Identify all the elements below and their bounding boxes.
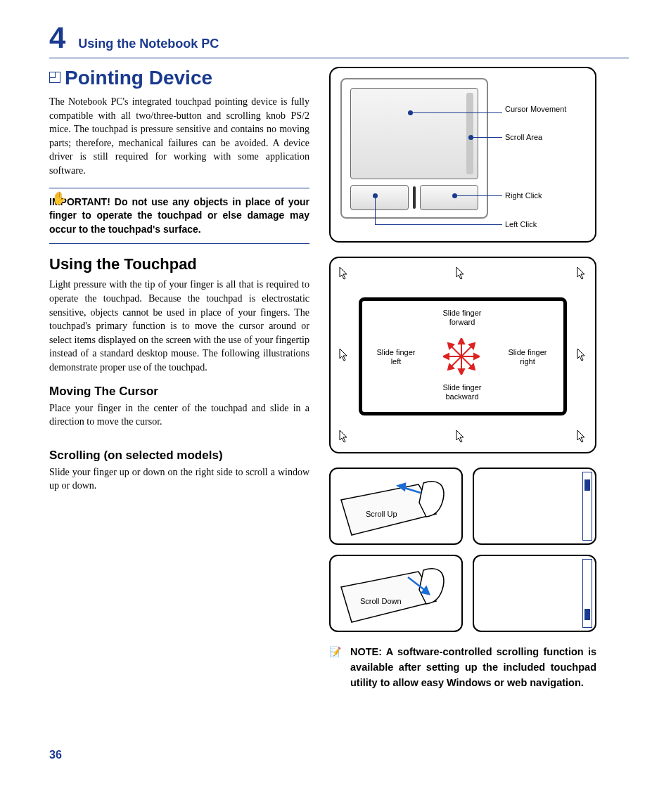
label-scroll-down: Scroll Down (360, 597, 402, 605)
label-slide-right: Slide finger right (503, 348, 552, 366)
page-title: Pointing Device (49, 67, 309, 89)
direction-arrows-icon (443, 338, 480, 375)
page-number: 36 (49, 749, 62, 761)
label-scroll-up: Scroll Up (366, 510, 397, 518)
chapter-header: 4 Using the Notebook PC (49, 21, 629, 58)
cursor-icon (577, 348, 587, 362)
svg-marker-4 (577, 349, 584, 361)
svg-marker-11 (459, 369, 464, 375)
svg-marker-3 (340, 349, 347, 361)
scroll-down-row: Scroll Down (329, 555, 596, 632)
label-slide-forward: Slide finger forward (437, 309, 487, 327)
label-cursor-movement: Cursor Movement (505, 105, 566, 114)
svg-marker-9 (459, 338, 464, 344)
cursor-icon (577, 266, 587, 281)
svg-marker-5 (340, 430, 347, 442)
label-slide-left: Slide finger left (371, 348, 421, 366)
scrolling-paragraph: Slide your finger up or down on the righ… (49, 465, 309, 493)
note-text: NOTE: A software-controlled scrolling fu… (350, 646, 596, 688)
label-slide-backward: Slide finger backward (437, 383, 487, 401)
label-scroll-area: Scroll Area (505, 133, 542, 142)
label-right-click: Right Click (505, 191, 542, 200)
intro-paragraph: The Notebook PC's integrated touchpad po… (49, 95, 309, 178)
label-left-click: Left Click (505, 220, 537, 229)
cursor-icon (339, 348, 349, 362)
touchpad-directions-diagram: Slide finger forward Slide finger backwa… (329, 257, 596, 453)
touchpad-parts-diagram: Cursor Movement Scroll Area Right Click … (329, 67, 596, 243)
chapter-number: 4 (49, 21, 65, 55)
scroll-down-gesture-diagram: Scroll Down (329, 555, 463, 632)
touchpad-icon (49, 72, 60, 83)
svg-marker-15 (474, 354, 480, 359)
using-touchpad-paragraph: Light pressure with the tip of your fing… (49, 278, 309, 374)
note-icon: 📝 (329, 645, 341, 659)
svg-marker-7 (577, 430, 584, 442)
moving-cursor-heading: Moving The Cursor (49, 385, 309, 399)
cursor-icon (339, 430, 349, 444)
scroll-up-row: Scroll Up (329, 468, 596, 545)
scroll-down-window-diagram (473, 555, 596, 632)
chapter-title: Using the Notebook PC (78, 37, 219, 51)
moving-cursor-paragraph: Place your finger in the center of the t… (49, 401, 309, 429)
scrolling-heading: Scrolling (on selected models) (49, 449, 309, 463)
important-callout: IMPORTANT! Do not use any objects in pla… (49, 188, 309, 245)
scroll-up-gesture-diagram: Scroll Up (329, 468, 463, 545)
cursor-icon (456, 430, 466, 444)
svg-marker-0 (340, 267, 347, 279)
svg-marker-6 (456, 430, 464, 442)
page-title-text: Pointing Device (65, 67, 212, 89)
cursor-icon (339, 266, 349, 281)
using-touchpad-heading: Using the Touchpad (49, 255, 309, 273)
cursor-icon (577, 430, 587, 444)
cursor-icon (456, 266, 466, 281)
scroll-up-window-diagram (473, 468, 596, 545)
note-callout: 📝 NOTE: A software-controlled scrolling … (350, 645, 596, 690)
svg-marker-2 (577, 267, 584, 279)
hand-warning-icon: ✋ (51, 191, 67, 206)
svg-marker-1 (456, 267, 464, 279)
svg-marker-13 (443, 354, 449, 359)
